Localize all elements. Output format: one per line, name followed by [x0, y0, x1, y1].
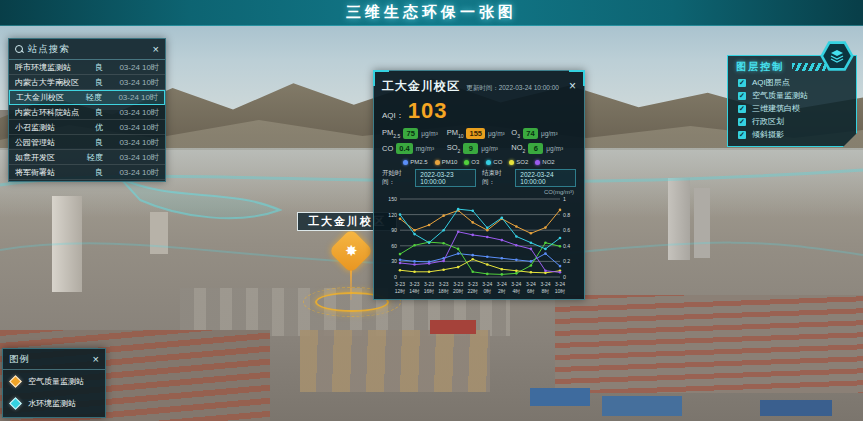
svg-text:10时: 10时 — [555, 288, 566, 294]
pollutant-unit: μg/m³ — [541, 130, 558, 137]
svg-text:3-24: 3-24 — [497, 281, 507, 287]
station-row[interactable]: 呼市环境监测站良03-24 10时 — [9, 60, 165, 75]
layer-label: 三维建筑白模 — [752, 103, 800, 114]
pollutant-value-badge: 74 — [523, 128, 538, 139]
legend-panel-title: 图例 — [9, 353, 93, 366]
pollutant-name: SO2 — [447, 143, 461, 154]
station-level: 良 — [79, 107, 103, 118]
chart-legend-item[interactable]: CO — [486, 159, 502, 165]
checkbox-checked-icon[interactable]: ✓ — [738, 131, 746, 139]
station-row[interactable]: 小召监测站优03-24 10时 — [9, 120, 165, 135]
layer-row[interactable]: ✓倾斜摄影 — [728, 128, 856, 141]
station-time: 03-24 10时 — [102, 92, 158, 103]
station-time: 03-24 10时 — [103, 167, 159, 178]
chart-legend-item[interactable]: SO2 — [509, 159, 528, 165]
close-icon[interactable]: × — [93, 354, 99, 365]
layer-label: 倾斜摄影 — [752, 129, 784, 140]
pollutant-name: PM2.5 — [382, 128, 400, 139]
svg-text:60: 60 — [391, 243, 397, 249]
station-time: 03-24 10时 — [103, 137, 159, 148]
layer-label: AQI图层点 — [752, 77, 790, 88]
pollutant-cell: O374μg/m³ — [511, 128, 576, 139]
legend-dot-icon — [435, 160, 440, 165]
station-name: 公园管理站 — [15, 137, 79, 148]
svg-text:3-23: 3-23 — [439, 281, 449, 287]
search-icon — [15, 45, 24, 54]
station-list: 呼市环境监测站良03-24 10时内蒙古大学南校区良03-24 10时工大金川校… — [9, 60, 165, 180]
start-time-label: 开始时间： — [382, 169, 409, 187]
pollutant-cell: NO26μg/m³ — [511, 143, 576, 154]
pollutant-value-badge: 75 — [403, 128, 418, 139]
checkbox-checked-icon[interactable]: ✓ — [738, 92, 746, 100]
chart-legend-item[interactable]: PM2.5 — [403, 159, 427, 165]
start-time-input[interactable]: 2022-03-23 10:00:00 — [415, 169, 476, 187]
svg-text:3-24: 3-24 — [482, 281, 492, 287]
station-time: 03-24 10时 — [103, 122, 159, 133]
station-panel-title: 站点搜索 — [28, 43, 153, 56]
legend-dot-icon — [509, 160, 514, 165]
end-time-label: 结束时间： — [482, 169, 509, 187]
layer-row[interactable]: ✓AQI图层点 — [728, 76, 856, 89]
station-name: 小召监测站 — [15, 122, 79, 133]
legend-dot-icon — [403, 160, 408, 165]
layers-icon — [823, 43, 851, 69]
checkbox-checked-icon[interactable]: ✓ — [738, 105, 746, 113]
close-icon[interactable]: × — [569, 79, 576, 93]
pollutant-cell: SO29μg/m³ — [447, 143, 512, 154]
svg-text:30: 30 — [391, 258, 397, 264]
svg-text:0: 0 — [394, 274, 397, 280]
svg-text:0.2: 0.2 — [563, 258, 570, 264]
station-row[interactable]: 内蒙古环科院站点良03-24 10时 — [9, 105, 165, 120]
chart-legend-item[interactable]: NO2 — [535, 159, 554, 165]
checkbox-checked-icon[interactable]: ✓ — [738, 79, 746, 87]
station-row[interactable]: 如意开发区轻度03-24 10时 — [9, 150, 165, 165]
chart-legend-item[interactable]: O3 — [464, 159, 479, 165]
svg-text:8时: 8时 — [542, 288, 550, 294]
pollutant-cell: PM2.575μg/m³ — [382, 128, 447, 139]
layer-row[interactable]: ✓三维建筑白模 — [728, 102, 856, 115]
end-time-input[interactable]: 2022-03-24 10:00:00 — [515, 169, 576, 187]
legend-series-name: NO2 — [542, 159, 554, 165]
svg-text:12时: 12时 — [395, 288, 406, 294]
station-diamond-icon — [9, 397, 22, 410]
pinwheel-icon: ✸ — [345, 242, 358, 260]
layer-row[interactable]: ✓行政区划 — [728, 115, 856, 128]
pollutant-unit: mg/m³ — [416, 145, 434, 152]
station-name: 内蒙古环科院站点 — [15, 107, 79, 118]
svg-text:3-24: 3-24 — [526, 281, 536, 287]
checkbox-checked-icon[interactable]: ✓ — [738, 118, 746, 126]
station-name: 将军衙署站 — [15, 167, 79, 178]
svg-text:0.4: 0.4 — [563, 243, 570, 249]
station-time: 03-24 10时 — [103, 152, 159, 163]
svg-text:90: 90 — [391, 227, 397, 233]
station-time: 03-24 10时 — [103, 77, 159, 88]
chart-legend-item[interactable]: PM10 — [435, 159, 458, 165]
svg-text:3-23: 3-23 — [424, 281, 434, 287]
pollutant-trend-chart[interactable]: 030609012015000.20.40.60.813-2312时3-2314… — [382, 195, 578, 301]
svg-text:14时: 14时 — [409, 288, 420, 294]
station-name: 内蒙古大学南校区 — [15, 77, 79, 88]
station-row[interactable]: 公园管理站良03-24 10时 — [9, 135, 165, 150]
station-time: 03-24 10时 — [103, 107, 159, 118]
close-icon[interactable]: × — [153, 44, 159, 55]
station-panel-header: 站点搜索 × — [9, 39, 165, 60]
legend-item[interactable]: 水环境监测站 — [3, 392, 105, 414]
station-row[interactable]: 将军衙署站良03-24 10时 — [9, 165, 165, 180]
svg-text:2时: 2时 — [498, 288, 506, 294]
aqi-value: 103 — [408, 98, 448, 124]
legend-item[interactable]: 空气质量监测站 — [3, 370, 105, 392]
svg-text:6时: 6时 — [527, 288, 535, 294]
layer-row[interactable]: ✓空气质量监测站 — [728, 89, 856, 102]
legend-panel-header: 图例 × — [3, 349, 105, 370]
legend-item-label: 水环境监测站 — [28, 398, 76, 409]
station-row[interactable]: 内蒙古大学南校区良03-24 10时 — [9, 75, 165, 90]
svg-text:3-23: 3-23 — [395, 281, 405, 287]
svg-text:22时: 22时 — [467, 288, 478, 294]
station-level: 良 — [79, 62, 103, 73]
station-row[interactable]: 工大金川校区轻度03-24 10时 — [9, 90, 165, 105]
time-range-row: 开始时间： 2022-03-23 10:00:00 结束时间： 2022-03-… — [382, 169, 576, 187]
update-time: 更新时间：2022-03-24 10:00:00 — [460, 84, 559, 93]
legend-series-name: SO2 — [516, 159, 528, 165]
station-name: 工大金川校区 — [16, 92, 78, 103]
chart-legend: PM2.5PM10O3COSO2NO2 — [382, 159, 576, 165]
